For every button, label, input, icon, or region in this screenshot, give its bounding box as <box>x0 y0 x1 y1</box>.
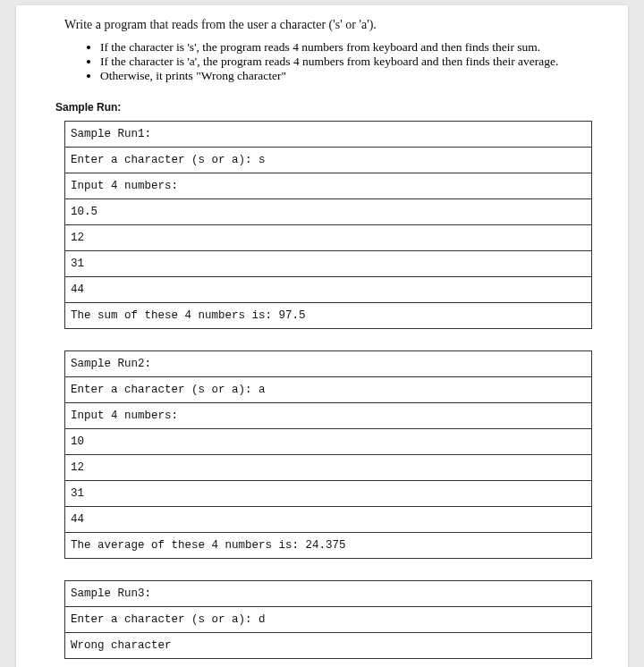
run3-result: Wrong character <box>65 632 592 658</box>
requirement-bullets: If the character is 's', the program rea… <box>64 41 592 83</box>
intro-text: Write a program that reads from the user… <box>64 18 592 32</box>
run2-title: Sample Run2: <box>65 350 592 376</box>
run2-number-1: 10 <box>65 428 592 454</box>
bullet-item: If the character is 's', the program rea… <box>100 41 592 55</box>
run3-title: Sample Run3: <box>65 580 592 606</box>
run1-number-1: 10.5 <box>65 198 592 224</box>
bullet-item: If the character is 'a', the program rea… <box>100 55 592 69</box>
run1-prompt: Enter a character (s or a): s <box>65 147 592 173</box>
run2-input-label: Input 4 numbers: <box>65 402 592 428</box>
run1-title: Sample Run1: <box>65 121 592 147</box>
run2-number-2: 12 <box>65 454 592 480</box>
run2-number-3: 31 <box>65 480 592 506</box>
run1-number-4: 44 <box>65 276 592 302</box>
run1-input-label: Input 4 numbers: <box>65 173 592 198</box>
sample-run-heading: Sample Run: <box>55 101 592 114</box>
run3-prompt: Enter a character (s or a): d <box>65 606 592 632</box>
sample-run-3-table: Sample Run3: Enter a character (s or a):… <box>64 580 592 659</box>
run1-number-2: 12 <box>65 224 592 250</box>
sample-run-2-table: Sample Run2: Enter a character (s or a):… <box>64 350 592 559</box>
bullet-item: Otherwise, it prints "Wrong character" <box>100 70 592 83</box>
run2-number-4: 44 <box>65 506 592 532</box>
run2-prompt: Enter a character (s or a): a <box>65 376 592 402</box>
run1-result: The sum of these 4 numbers is: 97.5 <box>65 302 592 328</box>
sample-run-1-table: Sample Run1: Enter a character (s or a):… <box>64 121 592 329</box>
document-page: Write a program that reads from the user… <box>16 5 628 667</box>
run1-number-3: 31 <box>65 250 592 276</box>
run2-result: The average of these 4 numbers is: 24.37… <box>65 532 592 558</box>
